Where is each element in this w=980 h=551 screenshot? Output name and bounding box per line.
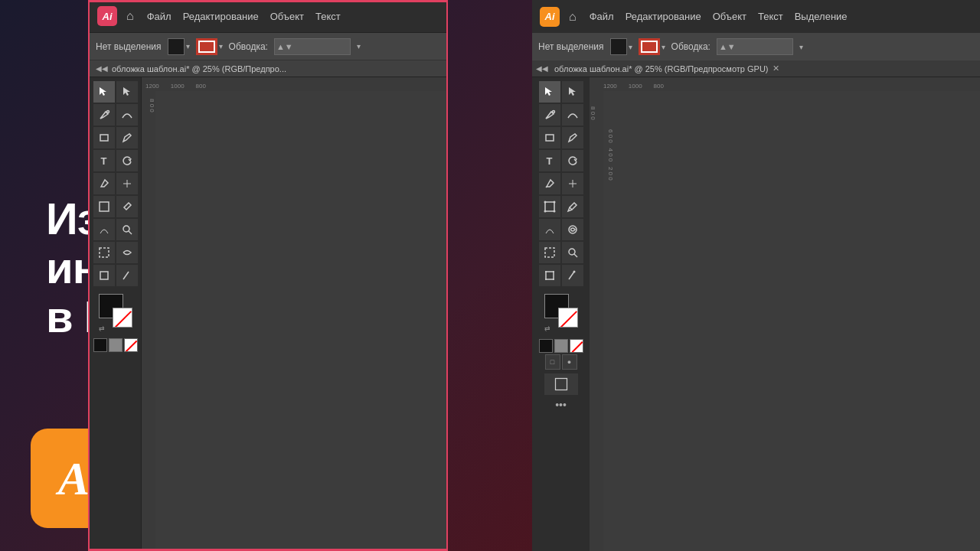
zoom-tool[interactable]: [562, 242, 583, 263]
overlay-canvas-bg[interactable]: [155, 91, 446, 551]
overlay-bucket-tool[interactable]: [93, 173, 115, 194]
svg-rect-29: [100, 272, 108, 279]
black-swatch-small[interactable]: [539, 339, 553, 353]
home-button[interactable]: ⌂: [569, 10, 577, 24]
selection-tool[interactable]: [539, 81, 560, 103]
artboard-tool[interactable]: [539, 242, 560, 263]
toolbar-background: T: [532, 77, 590, 551]
stroke-color-control[interactable]: ▾: [639, 38, 665, 55]
menu-selection[interactable]: Выделение: [795, 11, 848, 22]
artboard-button[interactable]: [544, 373, 578, 395]
fill-dropdown-arrow[interactable]: ▾: [629, 43, 632, 51]
overlay-gray-swatch[interactable]: [109, 338, 122, 352]
stroke-options-arrow[interactable]: ▾: [799, 43, 803, 51]
paint-bucket-tool[interactable]: [539, 173, 560, 194]
normal-mode-btn[interactable]: □: [545, 354, 560, 370]
pencil-tool[interactable]: [562, 127, 583, 148]
no-fill-swatch-small[interactable]: [570, 339, 583, 353]
blend-tool[interactable]: [539, 219, 560, 240]
doc-tab-close[interactable]: ✕: [773, 64, 779, 73]
swap-colors-icon[interactable]: ⇄: [544, 324, 550, 332]
svg-point-23: [106, 111, 109, 113]
overlay-curvature-tool[interactable]: [116, 104, 138, 126]
overlay-transform-tool[interactable]: [93, 196, 115, 217]
stroke-width-control[interactable]: ▲▼: [717, 38, 793, 55]
overlay-rotate-tool[interactable]: [116, 150, 138, 171]
symbol-tool[interactable]: [562, 219, 583, 240]
menu-object[interactable]: Объект: [713, 11, 746, 22]
overlay-type-tool[interactable]: T: [93, 150, 115, 171]
overlay-tool-row-7: [93, 219, 138, 240]
mask-mode-btn[interactable]: ●: [562, 354, 577, 370]
fill-color-control[interactable]: ▾: [610, 38, 632, 55]
overlay-pen-tool[interactable]: [93, 104, 115, 126]
overlay-fill-swatch[interactable]: [168, 38, 185, 55]
menu-file[interactable]: Файл: [590, 11, 614, 22]
ruler-mark-1200: 1200: [603, 83, 617, 90]
eyedropper-tool[interactable]: [562, 196, 583, 217]
overlay-fill-control[interactable]: ▾: [168, 38, 190, 55]
ai-icon-small: Ai: [540, 7, 560, 27]
overlay-nofill-swatch[interactable]: [124, 338, 138, 352]
overlay-rect-tool[interactable]: [93, 127, 115, 148]
overlay-direct-selection-tool[interactable]: [116, 81, 138, 103]
controlbar-background: Нет выделения ▾ ▾ Обводка: ▲▼ ▾: [532, 33, 980, 60]
stroke-dropdown-arrow[interactable]: ▾: [662, 43, 665, 51]
more-tools-button[interactable]: •••: [555, 399, 567, 411]
overlay-blend-tool[interactable]: [93, 219, 115, 240]
overlay-magic-wand-tool[interactable]: [116, 265, 138, 286]
svg-line-12: [574, 254, 577, 257]
overlay-zoom-tool[interactable]: [116, 219, 138, 240]
overlay-menu-object[interactable]: Объект: [270, 11, 304, 22]
overlay-stroke-control[interactable]: ▾: [196, 38, 223, 55]
background-color[interactable]: [558, 308, 578, 328]
magic-wand-tool[interactable]: [562, 265, 583, 286]
svg-rect-24: [100, 135, 108, 141]
overlay-canvas-inner: 8 0 0: [142, 91, 446, 551]
v-ruler-marks: 6 0 0 4 0 0 2 0 0: [607, 129, 614, 181]
direct-selection-tool[interactable]: [562, 81, 583, 103]
overlay-canvas[interactable]: 1200 1000 800 8 0 0: [142, 77, 446, 551]
overlay-artboard-tool[interactable]: [93, 242, 115, 263]
rectangle-tool[interactable]: [539, 127, 560, 148]
overlay-free-transform-tool[interactable]: [93, 265, 115, 286]
overlay-bg-color[interactable]: [113, 308, 132, 328]
svg-point-16: [553, 279, 554, 280]
overlay-tool-row-2: [93, 104, 138, 126]
overlay-fill-stroke[interactable]: ⇄: [99, 294, 132, 328]
fill-stroke-swatch[interactable]: ⇄: [544, 294, 578, 328]
svg-point-17: [545, 279, 547, 280]
svg-point-7: [544, 210, 546, 213]
overlay-tool-row-6: [93, 196, 138, 217]
type-tool[interactable]: T: [539, 150, 560, 171]
free-transform-tool[interactable]: [539, 265, 560, 286]
menu-edit[interactable]: Редактирование: [626, 11, 701, 22]
overlay-menu-text[interactable]: Текст: [315, 11, 341, 22]
canvas-background[interactable]: 6 0 0 4 0 0 2 0 0: [603, 91, 980, 551]
overlay-stroke-width[interactable]: ▲▼: [274, 38, 351, 55]
overlay-home-button[interactable]: ⌂: [126, 9, 134, 23]
menu-text[interactable]: Текст: [758, 11, 783, 22]
overlay-menu-edit[interactable]: Редактирование: [183, 11, 259, 22]
overlay-pencil-tool[interactable]: [116, 127, 138, 148]
overlay-menu-file[interactable]: Файл: [147, 11, 172, 22]
overlay-eyedropper-tool[interactable]: [116, 196, 138, 217]
overlay-black-swatch[interactable]: [93, 338, 107, 352]
overlay-tool-row-4: T: [93, 150, 138, 171]
overlay-doc-title[interactable]: обложка шаблон.ai* @ 25% (RGB/Предпро...: [112, 64, 286, 73]
rotate-tool[interactable]: [562, 150, 583, 171]
horizontal-ruler: 1200 1000 800: [603, 77, 980, 91]
pen-tool[interactable]: [539, 104, 560, 126]
curvature-tool[interactable]: [562, 104, 583, 126]
doc-tab-title[interactable]: обложка шаблон.ai* @ 25% (RGB/Предпросмо…: [554, 64, 769, 73]
overlay-swap-icon[interactable]: ⇄: [99, 324, 105, 332]
stroke-icon: [639, 38, 660, 55]
overlay-selection-tool[interactable]: [93, 81, 115, 103]
gray-swatch-small[interactable]: [554, 339, 568, 353]
svg-point-19: [573, 271, 575, 273]
transform-tool[interactable]: [539, 196, 560, 217]
overlay-mesh-tool[interactable]: [116, 173, 138, 194]
mesh-tool[interactable]: [562, 173, 583, 194]
overlay-warp-tool[interactable]: [116, 242, 138, 263]
fill-swatch[interactable]: [610, 38, 627, 55]
